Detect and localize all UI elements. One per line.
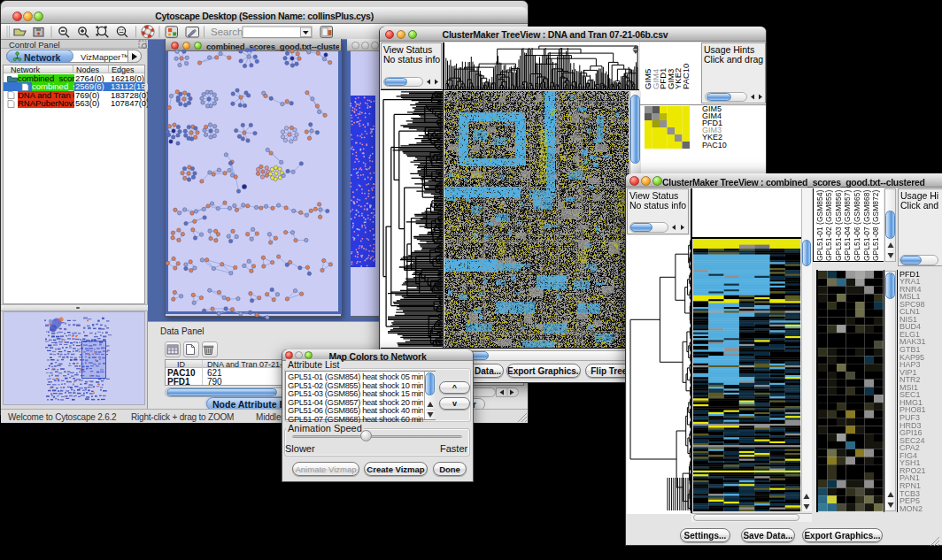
svg-text:GPL51-06 (GSM865): GPL51-06 (GSM865): [853, 190, 861, 261]
svg-text:GPL51-03 (GSM856): GPL51-03 (GSM856): [834, 190, 843, 261]
svg-text:GPL51-01 (GSM854): GPL51-01 (GSM854): [815, 190, 824, 261]
svg-text:GPL51-08 (GSM872): GPL51-08 (GSM872): [871, 190, 880, 261]
svg-text:GPL51-04 (GSM857): GPL51-04 (GSM857): [843, 190, 852, 261]
svg-text:GPL51-02 (GSM855): GPL51-02 (GSM855): [824, 190, 833, 261]
svg-text:PAC10: PAC10: [681, 64, 691, 89]
svg-text:GPL51-07 (GSM868): GPL51-07 (GSM868): [862, 190, 871, 261]
